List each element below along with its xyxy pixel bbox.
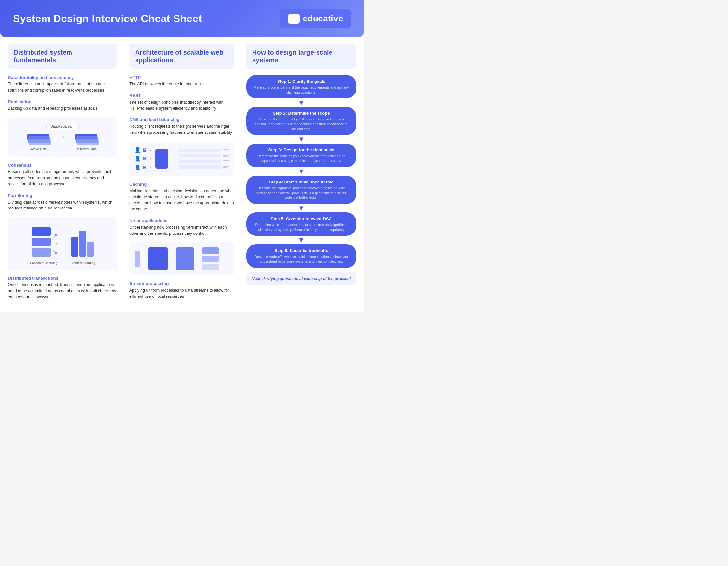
replication-label: Data Replication [46,123,79,130]
monitor-icon-3: 🖥 [142,165,147,170]
h-block-2 [32,238,51,246]
server-bar-2 [179,154,221,158]
topic-title-dns: DNS and load balancing [129,117,234,122]
h-block-1 [32,227,51,236]
lb-arrow-2: → [172,153,175,158]
ntier-row-3 [202,264,219,270]
shard-arrow-3: ↘ [52,249,57,256]
ntier-main-box [148,248,168,270]
ntier-second-inner [183,254,187,264]
topic-desc-replication: Backing up data and repeating processes … [8,106,117,112]
clarify-note: *Ask clarifying questions at each step o… [246,273,356,285]
step-6-desc: Describe trade-offs while explaining you… [253,254,350,264]
logo-icon [288,14,300,24]
ntier-visual: → → → [135,248,229,270]
section-title-distributed: Distributed system fundamentals [14,48,111,64]
step-6-title: Step 6: Describe trade-offs [253,248,350,253]
clarify-text: *Ask clarifying questions at each step o… [252,277,351,281]
sharding-visual: ↗ → ↘ Horizontal Sharding Vertical Shard… [30,223,95,265]
topic-stream: Stream processing Applying uniform proce… [129,281,234,300]
step-5-bubble: Step 5: Consider relevant DSA Determine … [246,212,356,236]
server-lines-4 [223,166,229,168]
ntier-arrow-2: → [170,256,174,262]
topic-transactions: Distributed transactions Once consensus … [8,276,117,300]
diagram-dns: 👤 🖥 → 👤 🖥 → 👤 🖥 → [129,142,234,176]
server-bar-4 [179,165,221,169]
svg-rect-1 [291,17,293,18]
step-4-bubble: Step 4: Start simple, then iterate Descr… [246,176,356,204]
line-3 [223,155,229,156]
person-icon-3: 👤 [135,164,141,171]
ntier-arrow-1: → [142,256,146,262]
vertical-sharding-label: Vertical Sharding [72,261,95,265]
column-distributed: Distributed system fundamentals Data dur… [7,44,123,306]
step-arrow-5: ▼ [298,237,305,244]
topic-dns: DNS and load balancing Routing client re… [129,117,234,136]
section-header-design: How to design large-scale systems [246,44,356,69]
topic-caching: Caching Making tradeoffs and caching dec… [129,182,234,212]
active-data-label: Active Data [30,148,47,151]
topic-ntier: N-tier applications Understanding how pr… [129,218,234,237]
server-lines-2 [223,155,229,157]
step-2-desc: Describe the feature set you'll be discu… [253,117,350,131]
server-lines-1 [223,149,229,151]
step-6-bubble: Step 6: Describe trade-offs Describe tra… [246,244,356,268]
topic-title-stream: Stream processing [129,281,234,286]
step-2-bubble: Step 2: Determine the scope Describe the… [246,107,356,135]
topic-http: HTTP The API on which the entire interne… [129,75,234,87]
ntier-small-1 [135,251,140,267]
column-design: How to design large-scale systems Step 1… [241,44,357,306]
logo-text: educative [303,14,343,24]
mirrored-data-label: Mirrored Data [77,148,97,151]
dns-client-2: 👤 🖥 → [135,156,152,162]
server-row-1 [179,149,229,152]
svg-rect-3 [293,18,295,19]
topic-title-partitioning: Partitioning [8,193,117,198]
topic-title-ntier: N-tier applications [129,218,234,223]
v-block-1 [71,237,78,257]
topic-title-rest: REST [129,93,234,98]
step-arrow-2: ▼ [298,136,305,143]
mirrored-stack [75,134,98,146]
topic-rest: REST The set of design principles that d… [129,93,234,112]
section-title-architecture: Architecture of scalable web application… [135,48,228,64]
section-header-distributed: Distributed system fundamentals [8,44,117,69]
lb-arrow-1: → [172,147,175,151]
block-layer-3 [29,139,51,146]
step-arrow-1: ▼ [298,99,305,106]
topic-title-caching: Caching [129,182,234,187]
server-bar-3 [179,160,221,163]
dns-clients: 👤 🖥 → 👤 🖥 → 👤 🖥 → [135,147,152,171]
lb-arrow-4: → [172,166,175,171]
topic-title-transactions: Distributed transactions [8,276,117,281]
column-architecture: Architecture of scalable web application… [123,44,241,306]
line-4 [223,156,227,157]
server-bar-1 [179,149,221,152]
ntier-row-1 [202,248,219,254]
v-blocks [71,226,94,257]
step-3-bubble: Step 3: Design for the right scale Deter… [246,144,356,167]
mirrored-layer-3 [77,139,99,146]
topic-partitioning: Partitioning Dividing data across differ… [8,193,117,212]
lb-arrow-3: → [172,160,175,164]
dns-arr-2: → [148,157,152,161]
server-row-3 [179,160,229,163]
topic-durability: Data durability and consistency The diff… [8,75,117,94]
topic-desc-dns: Routing client requests to the right ser… [129,123,234,136]
dns-arr-1: → [148,148,152,152]
topic-desc-transactions: Once consensus is reached, transactions … [8,282,117,300]
step-1-bubble: Step 1: Clarify the goals Make sure you … [246,75,356,98]
step-2-title: Step 2: Determine the scope [253,111,350,116]
replication-items: Active Data → Mirrored Data [27,134,98,151]
main-content: Distributed system fundamentals Data dur… [0,37,364,312]
ntier-second-box [176,248,194,270]
section-header-architecture: Architecture of scalable web application… [129,44,234,69]
dns-servers [179,149,229,169]
topic-desc-stream: Applying uniform processes to data strea… [129,287,234,300]
dns-arr-3: → [148,165,152,170]
ntier-arrow-3: → [196,256,201,262]
active-data-block: Active Data [27,134,50,151]
ntier-entry [135,251,140,267]
step-1-desc: Make sure you understand the basic requi… [253,85,350,95]
topic-title-http: HTTP [129,75,234,80]
